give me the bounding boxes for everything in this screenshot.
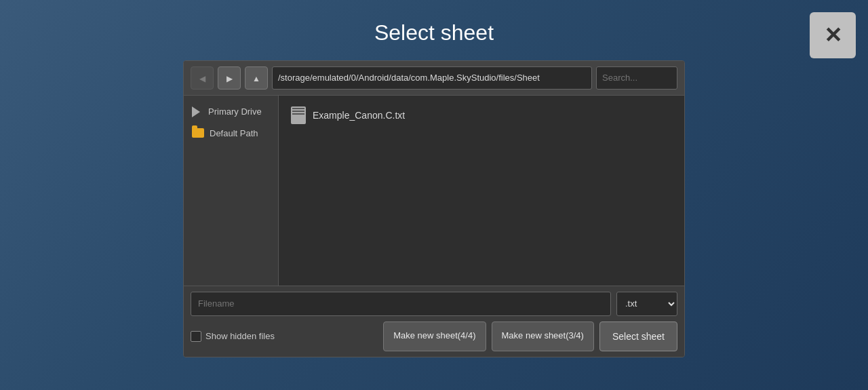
extension-select[interactable]: .txt .csv .xml: [616, 292, 677, 316]
dialog-title: Select sheet: [374, 20, 494, 45]
list-item[interactable]: Example_Canon.C.txt: [284, 101, 679, 130]
file-picker-dialog: Primary Drive Default Path Example_Canon…: [183, 60, 685, 357]
file-name: Example_Canon.C.txt: [313, 110, 405, 121]
path-input[interactable]: [272, 66, 592, 90]
close-button[interactable]: ✕: [810, 12, 856, 58]
toolbar: [184, 61, 684, 96]
show-hidden-label[interactable]: Show hidden files: [191, 331, 378, 342]
search-input[interactable]: [596, 66, 677, 90]
file-list: Example_Canon.C.txt: [279, 96, 684, 286]
drive-icon: [192, 106, 203, 117]
show-hidden-text: Show hidden files: [205, 331, 275, 341]
arrow-left-icon: [199, 73, 205, 83]
make-new-sheet-3-button[interactable]: Make new sheet(3/4): [492, 321, 594, 351]
bottom-bar: .txt .csv .xml Show hidden files Make ne…: [184, 286, 684, 357]
forward-button[interactable]: [218, 66, 241, 90]
up-button[interactable]: [245, 66, 268, 90]
actions-row: Show hidden files Make new sheet(4/4) Ma…: [191, 321, 677, 351]
sidebar-item-label: Default Path: [210, 128, 258, 138]
arrow-right-icon: [226, 73, 233, 83]
arrow-up-icon: [252, 73, 260, 83]
file-icon: [291, 106, 306, 124]
sidebar: Primary Drive Default Path: [184, 96, 279, 286]
back-button[interactable]: [191, 66, 214, 90]
filename-row: .txt .csv .xml: [191, 292, 677, 316]
content-area: Primary Drive Default Path Example_Canon…: [184, 96, 684, 286]
sidebar-item-label: Primary Drive: [208, 106, 262, 117]
sidebar-item-default-path[interactable]: Default Path: [184, 123, 278, 144]
make-new-sheet-4-button[interactable]: Make new sheet(4/4): [383, 321, 486, 351]
folder-icon: [192, 128, 204, 138]
select-sheet-button[interactable]: Select sheet: [599, 321, 677, 351]
show-hidden-checkbox[interactable]: [191, 331, 201, 342]
filename-input[interactable]: [191, 292, 611, 316]
sidebar-item-primary-drive[interactable]: Primary Drive: [184, 101, 278, 123]
